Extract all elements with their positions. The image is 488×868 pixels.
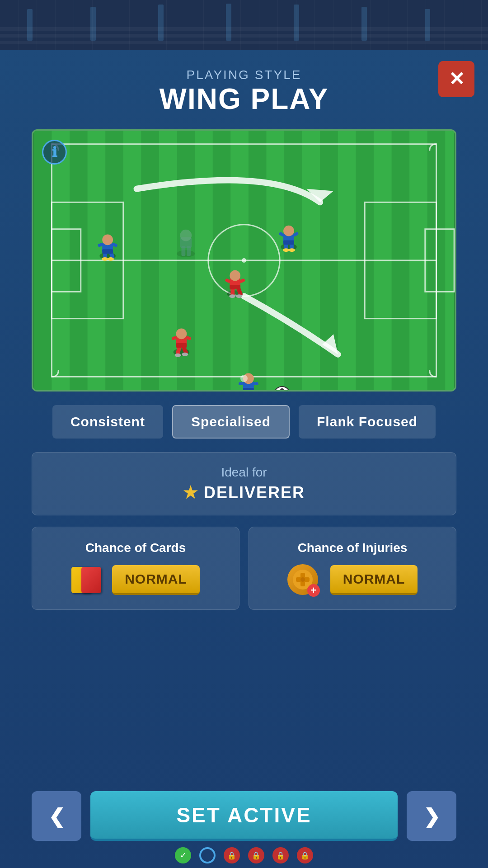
- svg-rect-58: [176, 343, 187, 348]
- star-icon: ★: [183, 483, 198, 502]
- svg-point-43: [289, 248, 295, 252]
- svg-rect-5: [294, 5, 299, 41]
- lock-icon-6: 🔒: [300, 851, 310, 860]
- next-arrow-icon: ❯: [423, 805, 440, 828]
- svg-point-52: [229, 294, 235, 298]
- tab-consistent[interactable]: Consistent: [52, 405, 163, 439]
- tab-specialised[interactable]: Specialised: [172, 405, 290, 439]
- style-tabs: Consistent Specialised Flank Focused: [52, 405, 436, 439]
- prev-button[interactable]: ❮: [32, 791, 81, 841]
- svg-rect-70: [239, 382, 244, 385]
- svg-rect-7: [425, 9, 430, 41]
- info-button[interactable]: ℹ: [42, 140, 67, 165]
- next-button[interactable]: ❯: [407, 791, 456, 841]
- page-dot-5[interactable]: 🔒: [272, 847, 289, 863]
- injuries-bottom: NORMAL: [287, 564, 418, 596]
- lock-icon-5: 🔒: [276, 851, 285, 860]
- red-card: [81, 567, 101, 593]
- field-container: ℹ: [32, 129, 456, 392]
- cards-value-badge: NORMAL: [112, 565, 200, 595]
- stats-row: Chance of Cards NORMAL Chance of Injurie…: [32, 527, 456, 610]
- page-dot-3[interactable]: 🔒: [224, 847, 240, 863]
- cards-bottom: NORMAL: [71, 564, 200, 596]
- svg-point-53: [236, 294, 242, 298]
- ideal-role: DELIVERER: [204, 483, 305, 502]
- injury-bg: [287, 564, 318, 595]
- svg-rect-3: [158, 5, 164, 41]
- set-active-label: SET ACTIVE: [176, 803, 311, 827]
- style-title: WING PLAY: [160, 82, 329, 116]
- ideal-for-section: Ideal for ★ DELIVERER: [32, 452, 456, 515]
- svg-rect-2: [90, 7, 96, 41]
- svg-rect-79: [187, 246, 191, 256]
- svg-point-29: [102, 235, 113, 245]
- page-dot-6[interactable]: 🔒: [297, 847, 313, 863]
- svg-point-62: [175, 354, 181, 357]
- stadium-background: [0, 0, 488, 50]
- pagination: ✓ 🔒 🔒 🔒 🔒: [0, 847, 488, 863]
- cards-icon: [71, 564, 103, 596]
- close-icon: ✕: [449, 70, 465, 89]
- svg-rect-48: [230, 285, 240, 289]
- lock-icon-4: 🔒: [252, 851, 261, 860]
- svg-point-76: [177, 250, 195, 257]
- injuries-stat-card: Chance of Injuries NORMAL: [249, 527, 456, 610]
- svg-rect-6: [361, 7, 367, 41]
- playing-style-label: PLAYING STYLE: [160, 68, 329, 82]
- ideal-for-value: ★ DELIVERER: [50, 483, 438, 502]
- tab-flank-focused[interactable]: Flank Focused: [299, 405, 436, 439]
- svg-point-17: [242, 258, 246, 263]
- svg-point-39: [283, 226, 294, 236]
- svg-point-63: [182, 353, 188, 356]
- check-icon: ✓: [180, 850, 187, 860]
- svg-point-49: [230, 270, 240, 281]
- svg-point-84: [300, 577, 305, 582]
- svg-point-33: [108, 257, 114, 261]
- header: PLAYING STYLE WING PLAY: [160, 63, 329, 116]
- svg-rect-8: [0, 27, 488, 31]
- svg-rect-10: [0, 41, 488, 44]
- svg-rect-38: [283, 240, 294, 245]
- page-dot-1[interactable]: ✓: [175, 847, 191, 863]
- info-icon: ℹ: [52, 144, 57, 160]
- page-dot-2[interactable]: [199, 847, 216, 863]
- svg-rect-28: [102, 249, 113, 254]
- prev-arrow-icon: ❮: [48, 805, 65, 828]
- svg-rect-78: [181, 246, 185, 256]
- svg-point-59: [176, 328, 187, 339]
- ideal-for-label: Ideal for: [50, 465, 438, 480]
- svg-rect-71: [253, 382, 258, 385]
- page-dot-4[interactable]: 🔒: [248, 847, 264, 863]
- svg-rect-1: [27, 9, 33, 41]
- cards-stat-card: Chance of Cards NORMAL: [32, 527, 239, 610]
- svg-rect-68: [243, 388, 254, 390]
- svg-rect-4: [226, 4, 231, 41]
- svg-point-32: [102, 257, 108, 261]
- injuries-title: Chance of Injuries: [298, 541, 408, 555]
- svg-rect-0: [0, 0, 488, 50]
- svg-rect-9: [0, 34, 488, 38]
- lock-icon-3: 🔒: [227, 851, 236, 860]
- set-active-button[interactable]: SET ACTIVE: [90, 791, 398, 841]
- injury-cross: [307, 584, 320, 597]
- close-button[interactable]: ✕: [438, 61, 474, 97]
- svg-point-80: [180, 230, 192, 241]
- carousel-indicator: [240, 375, 248, 382]
- cards-title: Chance of Cards: [85, 541, 186, 555]
- bottom-navigation: ❮ SET ACTIVE ❯: [0, 791, 488, 841]
- injury-icon: [287, 564, 321, 596]
- svg-point-42: [283, 248, 289, 252]
- main-container: ✕ PLAYING STYLE WING PLAY: [0, 50, 488, 868]
- injuries-value-badge: NORMAL: [330, 565, 418, 595]
